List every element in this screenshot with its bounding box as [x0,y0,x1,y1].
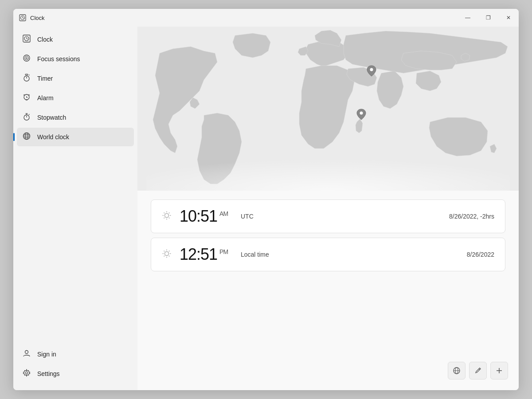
clock-card-utc: 10:51AM UTC 8/26/2022, -2hrs [151,200,505,233]
sidebar-item-timer[interactable]: Timer [17,69,134,88]
window-controls: — ❐ ✕ [458,9,519,27]
stopwatch-icon [22,113,31,122]
sidebar-item-focus[interactable]: Focus sessions [17,50,134,68]
sidebar-item-alarm[interactable]: Alarm [17,89,134,107]
world-clock-icon [22,132,31,142]
compare-clocks-button[interactable] [448,362,466,379]
svg-point-44 [165,251,169,255]
local-ampm: PM [219,248,228,255]
content-area: 10:51AM UTC 8/26/2022, -2hrs [137,27,519,390]
utc-date: 8/26/2022, -2hrs [449,213,494,220]
sidebar-item-sign-in[interactable]: Sign in [17,345,134,364]
titlebar: Clock — ❐ ✕ [13,9,519,27]
sun-icon-local [162,249,172,261]
clock-card-local: 12:51PM Local time 8/26/2022 [151,238,505,271]
clock-time-utc: 10:51AM [180,207,233,226]
world-map-svg [137,27,519,191]
svg-point-31 [26,372,28,374]
sidebar-item-world-clock[interactable]: World clock [17,128,134,146]
sidebar-label-timer: Timer [37,75,53,82]
sidebar-bottom: Sign in Settings [13,341,137,388]
svg-line-56 [479,369,480,370]
edit-button[interactable] [469,362,487,379]
svg-line-42 [169,212,170,213]
add-icon [495,367,503,375]
focus-icon [22,54,31,64]
local-label: Local time [241,251,285,258]
sidebar-label-sign-in: Sign in [37,351,56,358]
svg-line-52 [164,255,165,256]
main-content: Clock Focus sessions [13,27,519,390]
edit-icon [474,367,482,375]
clock-icon [22,35,31,44]
close-button[interactable]: ✕ [498,9,519,27]
bottom-toolbar [448,362,508,379]
sidebar-nav: Clock Focus sessions [13,28,137,341]
titlebar-left: Clock [19,14,45,22]
world-map-area [137,27,519,191]
sun-icon-utc [162,211,172,223]
app-window: Clock — ❐ ✕ C [13,9,519,390]
minimize-button[interactable]: — [458,9,478,27]
sidebar-item-clock[interactable]: Clock [17,30,134,49]
svg-line-7 [27,39,28,39]
sidebar-label-alarm: Alarm [37,94,54,102]
compare-icon [453,367,461,375]
app-icon [19,14,27,22]
add-clock-button[interactable] [490,362,508,379]
svg-line-24 [29,114,30,115]
svg-rect-11 [25,74,28,75]
local-time-value: 12:51 [180,245,217,263]
clock-cards-area: 10:51AM UTC 8/26/2022, -2hrs [137,191,519,390]
svg-point-35 [165,213,169,217]
sidebar-label-settings: Settings [37,370,60,377]
settings-icon [22,369,31,379]
svg-line-14 [29,75,30,76]
maximize-button[interactable]: ❐ [478,9,498,27]
svg-line-50 [169,255,170,256]
local-date: 8/26/2022 [467,251,494,258]
alarm-icon [22,93,31,103]
svg-point-10 [26,58,27,59]
svg-line-40 [164,212,165,213]
svg-line-41 [169,217,170,218]
sidebar-label-focus: Focus sessions [37,55,80,63]
sidebar: Clock Focus sessions [13,27,137,390]
sidebar-label-stopwatch: Stopwatch [37,114,66,121]
utc-label: UTC [241,213,285,220]
clock-time-local: 12:51PM [180,245,233,264]
timer-icon [22,74,31,83]
utc-time-value: 10:51 [180,207,217,225]
svg-line-43 [164,217,165,218]
utc-ampm: AM [219,210,228,217]
svg-line-51 [169,250,170,251]
sidebar-item-settings[interactable]: Settings [17,364,134,383]
svg-line-3 [23,18,24,19]
map-pin-2 [357,109,366,120]
sidebar-label-clock: Clock [37,36,53,43]
sidebar-item-stopwatch[interactable]: Stopwatch [17,108,134,127]
sign-in-icon [22,349,31,359]
svg-rect-34 [146,137,510,191]
svg-point-33 [360,112,363,115]
sidebar-label-world-clock: World clock [37,133,69,141]
window-title: Clock [30,15,45,21]
svg-line-49 [164,250,165,251]
svg-point-32 [370,68,373,71]
map-container [137,27,519,191]
svg-point-30 [25,351,28,354]
